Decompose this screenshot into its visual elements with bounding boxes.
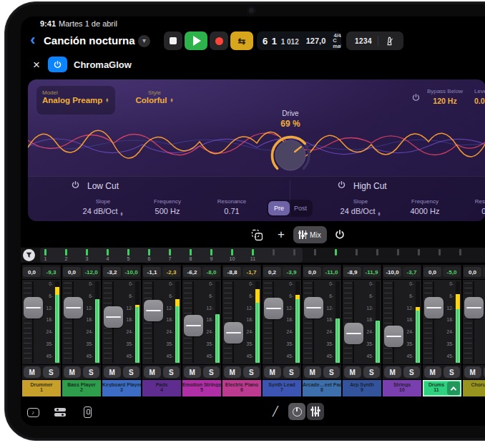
metronome-icon[interactable] bbox=[384, 36, 395, 47]
post-button[interactable]: Post bbox=[290, 201, 311, 215]
track-label[interactable]: Arcade…eet Pad 8 bbox=[303, 380, 341, 396]
fader-value[interactable]: 0,2 bbox=[263, 267, 281, 277]
mute-button[interactable]: M bbox=[144, 366, 161, 378]
track-label[interactable]: Drummer 1 bbox=[22, 380, 61, 396]
plugins-button[interactable] bbox=[51, 404, 69, 420]
fader-handle[interactable] bbox=[104, 306, 123, 328]
fader-value[interactable]: 0,0 bbox=[23, 267, 41, 277]
model-selector[interactable]: Model Analog Preamp ▲▼ bbox=[36, 86, 115, 115]
faders-view-button[interactable] bbox=[307, 403, 324, 420]
duplicate-button[interactable] bbox=[247, 226, 267, 243]
record-button[interactable] bbox=[210, 31, 228, 50]
track-label[interactable]: Emotion Strings 5 bbox=[182, 380, 221, 396]
cycle-button[interactable]: ⇆ bbox=[230, 31, 253, 50]
count-in-button[interactable]: 1234 bbox=[355, 37, 372, 45]
resonance-control[interactable]: Resonance 0.71 bbox=[200, 198, 264, 216]
track-label[interactable]: Bass Player 2 bbox=[62, 380, 101, 396]
drive-knob[interactable] bbox=[268, 132, 313, 178]
mixer-power-button[interactable] bbox=[331, 226, 348, 243]
mute-button[interactable]: M bbox=[104, 366, 121, 378]
fader-value[interactable]: -1,1 bbox=[143, 267, 161, 277]
low-cut-power-button[interactable] bbox=[71, 180, 80, 193]
controls-view-button[interactable] bbox=[288, 403, 305, 420]
fader-value[interactable]: -3,2 bbox=[103, 267, 121, 277]
mute-button[interactable]: M bbox=[224, 366, 241, 378]
fader-handle[interactable] bbox=[184, 315, 203, 336]
collapse-chevron-icon[interactable] bbox=[447, 381, 460, 395]
fader-handle[interactable] bbox=[64, 297, 83, 318]
track-label[interactable]: Arp Synth 9 bbox=[343, 380, 381, 396]
fader-handle[interactable] bbox=[344, 323, 363, 344]
high-cut-power-button[interactable] bbox=[337, 180, 346, 193]
back-chevron-icon[interactable]: ‹ bbox=[26, 31, 39, 51]
mute-button[interactable]: M bbox=[464, 366, 481, 378]
chevron-down-icon[interactable]: ▾ bbox=[138, 35, 150, 47]
fader-handle[interactable] bbox=[424, 297, 444, 318]
fader-handle[interactable] bbox=[464, 297, 484, 318]
play-button[interactable] bbox=[185, 31, 207, 50]
resonance-control[interactable]: Resonance 0.71 bbox=[457, 198, 485, 216]
plugin-power-button[interactable] bbox=[48, 57, 67, 72]
external-device-button[interactable] bbox=[78, 404, 97, 420]
mute-button[interactable]: M bbox=[384, 366, 401, 378]
stop-button[interactable] bbox=[164, 31, 182, 50]
track-label[interactable]: Strings 10 bbox=[383, 380, 421, 396]
close-icon[interactable]: × bbox=[29, 58, 44, 72]
fader-handle[interactable] bbox=[24, 297, 43, 318]
solo-button[interactable]: S bbox=[403, 366, 421, 378]
lcd-display[interactable]: 6 1 1 012 127,0 4/4C maj MIDI bbox=[257, 31, 341, 50]
fader-value[interactable]: 0,0 bbox=[464, 267, 481, 277]
track-label[interactable]: Pads 4 bbox=[142, 380, 181, 396]
solo-button[interactable]: S bbox=[83, 366, 100, 378]
mute-button[interactable]: M bbox=[424, 366, 441, 378]
fader-value[interactable]: 0,0 bbox=[63, 267, 81, 277]
track-label[interactable]: Keyboard Player 3 bbox=[102, 380, 141, 396]
mute-button[interactable]: M bbox=[264, 366, 281, 378]
fader-handle[interactable] bbox=[384, 326, 403, 347]
fader-handle[interactable] bbox=[224, 322, 243, 344]
pre-button[interactable]: Pre bbox=[268, 201, 290, 215]
fader-handle[interactable] bbox=[264, 298, 283, 319]
slope-control[interactable]: Slope 24 dB/Oct ▲▼ bbox=[71, 198, 135, 216]
bypass-below-control[interactable]: Bypass Below 120 Hz bbox=[420, 88, 470, 105]
level-control[interactable]: Level 0.0 bbox=[474, 88, 485, 105]
track-label[interactable]: Chorus V bbox=[463, 380, 485, 396]
track-label[interactable]: Electric Piano 6 bbox=[222, 380, 261, 396]
filter-button[interactable] bbox=[23, 249, 35, 261]
solo-button[interactable]: S bbox=[123, 366, 140, 378]
loops-browser-button[interactable]: ♪ bbox=[24, 404, 42, 420]
fader-value[interactable]: 0,0 bbox=[423, 267, 441, 277]
fader-value[interactable]: -8,9 bbox=[343, 267, 361, 277]
frequency-control[interactable]: Frequency 4000 Hz bbox=[393, 198, 457, 216]
peak-value: -12,0 bbox=[82, 267, 100, 277]
mix-button[interactable]: Mix bbox=[293, 226, 327, 243]
fader-handle[interactable] bbox=[144, 300, 163, 321]
pencil-icon[interactable]: ╱ bbox=[273, 406, 285, 419]
solo-button[interactable]: S bbox=[444, 366, 461, 378]
mute-button[interactable]: M bbox=[304, 366, 321, 378]
track-label[interactable]: Drums 11 bbox=[423, 380, 461, 396]
fader-value[interactable]: 0,0 bbox=[303, 267, 321, 277]
style-selector[interactable]: Style Colorful ▲▼ bbox=[122, 86, 187, 115]
add-track-button[interactable]: + bbox=[273, 226, 290, 243]
fader-handle[interactable] bbox=[304, 297, 323, 318]
mute-button[interactable]: M bbox=[24, 366, 41, 378]
solo-button[interactable]: S bbox=[203, 366, 220, 378]
frequency-control[interactable]: Frequency 500 Hz bbox=[135, 198, 200, 216]
fader-value[interactable]: -6,2 bbox=[183, 267, 201, 277]
song-title[interactable]: Canción nocturna bbox=[44, 34, 135, 47]
solo-button[interactable]: S bbox=[363, 366, 381, 378]
slope-control[interactable]: Slope 24 dB/Oct ▲▼ bbox=[328, 198, 393, 216]
fader-value[interactable]: -8,8 bbox=[223, 267, 241, 277]
solo-button[interactable]: S bbox=[243, 366, 260, 378]
solo-button[interactable]: S bbox=[283, 366, 300, 378]
bar-ruler[interactable]: 1234567891011 bbox=[21, 248, 485, 263]
mute-button[interactable]: M bbox=[344, 366, 361, 378]
fader-value[interactable]: -10,0 bbox=[383, 267, 401, 277]
track-label[interactable]: Synth Lead 7 bbox=[263, 380, 301, 396]
mute-button[interactable]: M bbox=[184, 366, 201, 378]
solo-button[interactable]: S bbox=[43, 366, 60, 378]
solo-button[interactable]: S bbox=[323, 366, 341, 378]
mute-button[interactable]: M bbox=[64, 366, 81, 378]
solo-button[interactable]: S bbox=[163, 366, 180, 378]
